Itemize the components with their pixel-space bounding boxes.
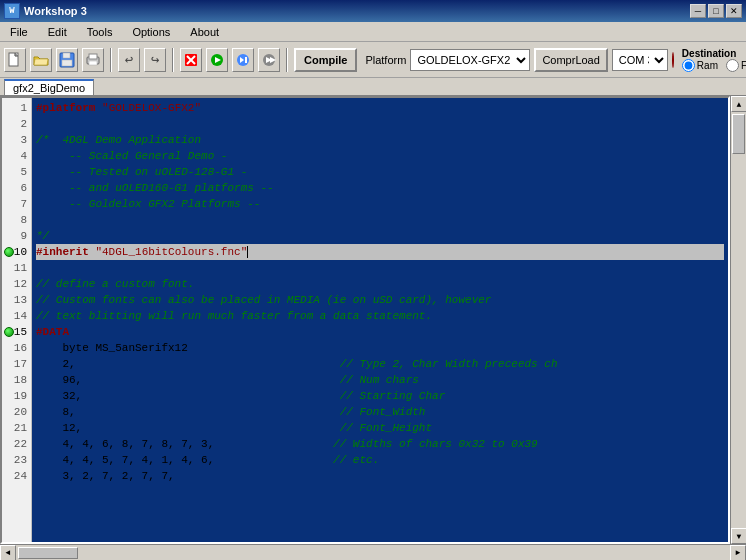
scroll-down-button[interactable]: ▼ bbox=[731, 528, 746, 544]
scroll-thumb-h[interactable] bbox=[18, 547, 78, 559]
line-number-8: 8 bbox=[2, 212, 31, 228]
vertical-scrollbar[interactable]: ▲ ▼ bbox=[730, 96, 746, 544]
horizontal-scrollbar[interactable]: ◄ ► bbox=[0, 544, 746, 560]
platform-select[interactable]: GOLDELOX-GFX2 PICASO DIABLO16 bbox=[410, 49, 530, 71]
line-number-24: 24 bbox=[2, 468, 31, 484]
destination-ram[interactable]: Ram bbox=[682, 59, 718, 72]
destination-label: Destination bbox=[682, 48, 746, 59]
toolbar-sep-2 bbox=[172, 48, 174, 72]
toolbar-sep-3 bbox=[286, 48, 288, 72]
menu-edit[interactable]: Edit bbox=[42, 24, 73, 40]
code-line-24: 3, 2, 7, 2, 7, 7, bbox=[36, 468, 724, 484]
code-line-19: 32, // Starting Char bbox=[36, 388, 724, 404]
string-literal: "GOLDELOX-GFX2" bbox=[102, 102, 201, 114]
app-icon-letter: W bbox=[9, 6, 14, 16]
title-bar-buttons: ─ □ ✕ bbox=[690, 4, 742, 18]
line-number-19: 19 bbox=[2, 388, 31, 404]
scroll-track-h[interactable] bbox=[16, 546, 730, 560]
redo-button[interactable]: ↪ bbox=[144, 48, 166, 72]
text-cursor bbox=[247, 246, 248, 258]
stop-button[interactable] bbox=[180, 48, 202, 72]
code-line-12: // define a custom font. bbox=[36, 276, 724, 292]
inline-comment: // Font_Width bbox=[340, 406, 426, 418]
line-number-13: 13 bbox=[2, 292, 31, 308]
inline-comment: // Type 2, Char Width preceeds ch bbox=[340, 358, 558, 370]
compile-button[interactable]: Compile bbox=[294, 48, 357, 72]
svg-rect-5 bbox=[63, 53, 70, 58]
destination-radio-group: Ram Flash bbox=[682, 59, 746, 72]
line-number-9: 9 bbox=[2, 228, 31, 244]
code-line-14: // text blitting will run much faster fr… bbox=[36, 308, 724, 324]
comment: /* 4DGL Demo Application bbox=[36, 134, 201, 146]
line-number-2: 2 bbox=[2, 116, 31, 132]
code-line-6: -- and uOLED160-G1 platforms -- bbox=[36, 180, 724, 196]
comment: // Custom fonts can also be placed in ME… bbox=[36, 294, 491, 306]
save-icon bbox=[57, 50, 77, 70]
editor-h-area: 123456789101112131415161718192021222324 … bbox=[0, 96, 746, 544]
build-icon bbox=[259, 50, 279, 70]
line-number-17: 17 bbox=[2, 356, 31, 372]
code-line-15: #DATA bbox=[36, 324, 724, 340]
scroll-right-button[interactable]: ► bbox=[730, 545, 746, 561]
menu-bar: File Edit Tools Options About bbox=[0, 22, 746, 42]
code-line-5: -- Tested on uOLED-128-G1 - bbox=[36, 164, 724, 180]
menu-tools[interactable]: Tools bbox=[81, 24, 119, 40]
code-line-20: 8, // Font_Width bbox=[36, 404, 724, 420]
scroll-thumb-v[interactable] bbox=[732, 114, 745, 154]
title-bar: W Workshop 3 ─ □ ✕ bbox=[0, 0, 746, 22]
undo-icon: ↩ bbox=[119, 50, 139, 70]
line-number-5: 5 bbox=[2, 164, 31, 180]
close-button[interactable]: ✕ bbox=[726, 4, 742, 18]
line-number-16: 16 bbox=[2, 340, 31, 356]
code-editor[interactable]: #platform "GOLDELOX-GFX2" /* 4DGL Demo A… bbox=[32, 98, 728, 542]
application-window: W Workshop 3 ─ □ ✕ File Edit Tools Optio… bbox=[0, 0, 746, 560]
scroll-track-v[interactable] bbox=[731, 112, 746, 528]
build-button[interactable] bbox=[258, 48, 280, 72]
menu-about[interactable]: About bbox=[184, 24, 225, 40]
inline-comment: // Starting Char bbox=[340, 390, 446, 402]
save-button[interactable] bbox=[56, 48, 78, 72]
comment: // define a custom font. bbox=[36, 278, 194, 290]
breakpoint-dot-15 bbox=[4, 327, 14, 337]
inline-comment: // Font_Height bbox=[340, 422, 432, 434]
comment: -- and uOLED160-G1 platforms -- bbox=[36, 182, 274, 194]
inline-comment: // Widths of chars 0x32 to 0x39 bbox=[333, 438, 538, 450]
destination-ram-label: Ram bbox=[697, 60, 718, 71]
destination-group: Destination Ram Flash bbox=[682, 48, 746, 72]
comment: // text blitting will run much faster fr… bbox=[36, 310, 432, 322]
destination-flash[interactable]: Flash bbox=[726, 59, 746, 72]
run-button[interactable] bbox=[206, 48, 228, 72]
scroll-up-button[interactable]: ▲ bbox=[731, 96, 746, 112]
code-line-16: byte MS_5anSerifx12 bbox=[36, 340, 724, 356]
code-line-10: #inherit "4DGL_16bitColours.fnc" bbox=[36, 244, 724, 260]
code-line-7: -- Goldelox GFX2 Platforms -- bbox=[36, 196, 724, 212]
scroll-left-button[interactable]: ◄ bbox=[0, 545, 16, 561]
svg-rect-8 bbox=[89, 54, 97, 59]
window-title: Workshop 3 bbox=[24, 5, 87, 17]
maximize-button[interactable]: □ bbox=[708, 4, 724, 18]
open-button[interactable] bbox=[30, 48, 52, 72]
print-button[interactable] bbox=[82, 48, 104, 72]
new-button[interactable] bbox=[4, 48, 26, 72]
minimize-button[interactable]: ─ bbox=[690, 4, 706, 18]
destination-ram-radio[interactable] bbox=[682, 59, 695, 72]
comprload-button[interactable]: ComprLoad bbox=[534, 48, 607, 72]
line-number-20: 20 bbox=[2, 404, 31, 420]
toolbar-sep-1 bbox=[110, 48, 112, 72]
line-number-22: 22 bbox=[2, 436, 31, 452]
menu-options[interactable]: Options bbox=[126, 24, 176, 40]
code-line-21: 12, // Font_Height bbox=[36, 420, 724, 436]
com-select[interactable]: COM 3 COM 1 COM 2 COM 4 bbox=[612, 49, 668, 71]
editor-with-scrollbars: 123456789101112131415161718192021222324 … bbox=[0, 96, 746, 560]
code-line-11 bbox=[36, 260, 724, 276]
comment: -- Tested on uOLED-128-G1 - bbox=[36, 166, 247, 178]
step-button[interactable] bbox=[232, 48, 254, 72]
svg-rect-9 bbox=[89, 61, 97, 65]
destination-flash-radio[interactable] bbox=[726, 59, 739, 72]
undo-button[interactable]: ↩ bbox=[118, 48, 140, 72]
menu-file[interactable]: File bbox=[4, 24, 34, 40]
inline-comment: // etc. bbox=[333, 454, 379, 466]
destination-flash-label: Flash bbox=[741, 60, 746, 71]
tab-gfx2-bigdemo[interactable]: gfx2_BigDemo bbox=[4, 79, 94, 95]
line-number-21: 21 bbox=[2, 420, 31, 436]
